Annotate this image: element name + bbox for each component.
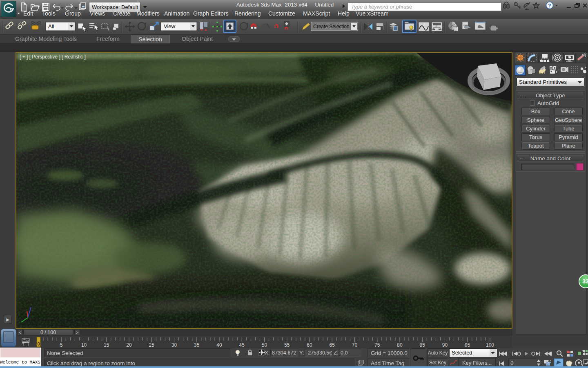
svg-text:All: All [48,23,54,29]
svg-text:95: 95 [465,342,470,348]
svg-text:50: 50 [262,342,267,348]
svg-text:65: 65 [330,342,335,348]
svg-text:45: 45 [239,342,245,348]
svg-text:60: 60 [307,342,312,348]
svg-text:?: ? [548,2,551,9]
svg-text:0: 0 [37,341,40,346]
svg-text:15: 15 [104,342,109,348]
svg-text:20: 20 [126,342,132,348]
svg-text:30: 30 [172,342,177,348]
svg-text:10: 10 [81,342,87,348]
svg-text:80: 80 [397,342,403,348]
svg-text:100: 100 [486,342,494,348]
svg-text:5: 5 [60,342,63,348]
svg-text:35: 35 [194,342,200,348]
svg-text:[ + ] [ Perspective ] [ Realis: [ + ] [ Perspective ] [ Realistic ] [20,54,86,60]
svg-text:25: 25 [149,342,155,348]
svg-text:View: View [164,23,176,29]
svg-text:85: 85 [420,342,425,348]
svg-text:90: 90 [442,342,448,348]
svg-text:75: 75 [374,342,380,348]
svg-text:70: 70 [352,342,358,348]
svg-text:40: 40 [216,342,222,348]
svg-text:55: 55 [284,342,290,348]
